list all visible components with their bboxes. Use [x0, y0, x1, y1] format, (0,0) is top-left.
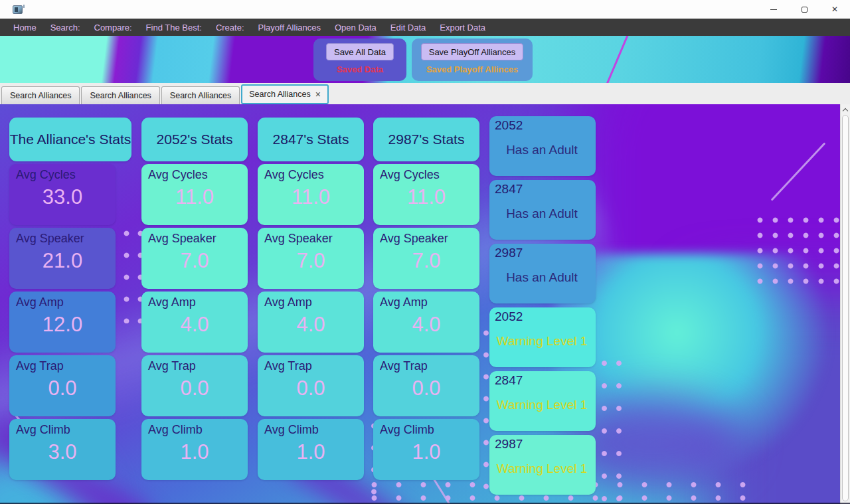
stat-card-avg-trap: Avg Trap 0.0 — [258, 355, 364, 416]
tab-label: Search Alliances — [90, 91, 151, 100]
stat-value: 4.0 — [148, 313, 241, 337]
team-2052-stats-header: 2052's Stats — [141, 118, 248, 161]
stat-label: Avg Speaker — [16, 232, 109, 246]
stat-value: 0.0 — [264, 377, 357, 400]
stat-card-avg-trap: Avg Trap 0.0 — [141, 355, 248, 416]
stat-value: 7.0 — [148, 249, 241, 273]
scrollbar-thumb[interactable] — [842, 115, 849, 501]
badge-text: Has an Adult — [495, 270, 589, 285]
stat-card-avg-trap: Avg Trap 0.0 — [373, 355, 479, 416]
stat-value: 1.0 — [264, 440, 357, 464]
close-icon: ✕ — [831, 5, 838, 13]
menu-compare[interactable]: Compare: — [94, 23, 132, 33]
badge-team-number: 2052 — [495, 309, 589, 324]
stat-label: Avg Amp — [16, 295, 109, 309]
alliance-stats-header: The Alliance's Stats — [9, 118, 131, 161]
badge-2987-has-adult: 2987 Has an Adult — [489, 244, 596, 303]
scroll-up-icon — [843, 108, 848, 113]
stat-card-avg-climb: Avg Climb 3.0 — [9, 419, 116, 480]
badge-text: Warning Level 1 — [495, 462, 589, 476]
stat-card-avg-cycles: Avg Cycles 33.0 — [9, 164, 116, 225]
bg-violet-blob — [704, 290, 850, 504]
menu-home[interactable]: Home — [13, 23, 37, 33]
close-button[interactable]: ✕ — [819, 0, 850, 19]
tab-label: Search Alliances — [170, 91, 231, 100]
stat-label: Avg Cycles — [16, 168, 109, 182]
badge-2052-has-adult: 2052 Has an Adult — [489, 116, 596, 176]
stat-label: Avg Climb — [264, 423, 357, 437]
minimize-button[interactable] — [758, 0, 789, 19]
stat-card-avg-amp: Avg Amp 4.0 — [141, 292, 248, 353]
team-2987-stats-header: 2987's Stats — [373, 118, 479, 161]
menu-export-data[interactable]: Export Data — [440, 23, 485, 33]
stat-card-avg-amp: Avg Amp 4.0 — [373, 292, 479, 353]
menu-bar: Home Search: Compare: Find The Best: Cre… — [0, 19, 850, 36]
menu-create[interactable]: Create: — [216, 23, 244, 33]
vertical-scrollbar[interactable] — [840, 104, 850, 504]
stat-value: 0.0 — [380, 377, 473, 400]
stat-label: Avg Trap — [148, 359, 241, 373]
tab-search-alliances-3[interactable]: Search Alliances — [161, 86, 240, 104]
window-titlebar: ✕ — [0, 0, 850, 19]
team-2847-stats-header: 2847's Stats — [258, 118, 364, 161]
menu-search[interactable]: Search: — [50, 23, 80, 33]
stat-value: 21.0 — [16, 249, 109, 273]
menu-edit-data[interactable]: Edit Data — [390, 23, 426, 33]
badge-2847-warning: 2847 Warning Level 1 — [489, 371, 596, 431]
maximize-icon — [802, 7, 808, 13]
stat-card-avg-climb: Avg Climb 1.0 — [141, 419, 248, 480]
window-controls: ✕ — [758, 0, 850, 19]
maximize-button[interactable] — [789, 0, 819, 19]
badge-text: Warning Level 1 — [495, 398, 589, 412]
stat-value: 11.0 — [264, 185, 357, 209]
menu-playoff-alliances[interactable]: Playoff Alliances — [258, 23, 321, 33]
banner-decor-line — [605, 36, 630, 83]
app-icon — [13, 5, 23, 14]
saved-data-status: Saved Data — [313, 64, 406, 74]
badge-text: Has an Adult — [495, 207, 589, 221]
badge-team-number: 2987 — [495, 437, 589, 452]
team-2987-stats-column: 2987's Stats Avg Cycles 11.0 Avg Speaker… — [373, 118, 479, 480]
stat-label: Avg Climb — [148, 423, 241, 437]
stat-card-avg-speaker: Avg Speaker 7.0 — [258, 228, 364, 289]
tab-close-icon[interactable]: × — [315, 90, 321, 99]
team-2847-stats-column: 2847's Stats Avg Cycles 11.0 Avg Speaker… — [258, 118, 364, 480]
stat-card-avg-trap: Avg Trap 0.0 — [9, 355, 116, 416]
save-banner: Save All Data Saved Data Save PlayOff Al… — [0, 36, 850, 83]
stat-card-avg-amp: Avg Amp 4.0 — [258, 292, 364, 353]
badge-2987-warning: 2987 Warning Level 1 — [489, 435, 596, 495]
menu-open-data[interactable]: Open Data — [335, 23, 377, 33]
stat-label: Avg Amp — [264, 295, 357, 309]
alliance-stats-column: The Alliance's Stats Avg Cycles 33.0 Avg… — [9, 118, 131, 480]
stat-card-avg-cycles: Avg Cycles 11.0 — [258, 164, 364, 225]
menu-find-the-best[interactable]: Find The Best: — [146, 23, 202, 33]
stat-label: Avg Trap — [16, 359, 109, 373]
stat-label: Avg Climb — [16, 423, 109, 437]
stat-card-avg-climb: Avg Climb 1.0 — [258, 419, 364, 480]
badge-2847-has-adult: 2847 Has an Adult — [489, 180, 596, 240]
stat-value: 3.0 — [16, 440, 109, 464]
saved-playoff-status: Saved Playoff Allinces — [412, 64, 533, 74]
stat-label: Avg Cycles — [380, 168, 473, 182]
save-all-data-button[interactable]: Save All Data — [326, 43, 394, 60]
stat-label: Avg Amp — [380, 295, 473, 309]
tab-search-alliances-2[interactable]: Search Alliances — [81, 86, 159, 104]
stat-label: Avg Speaker — [148, 232, 241, 246]
stat-label: Avg Trap — [380, 359, 473, 373]
badge-team-number: 2987 — [495, 246, 589, 260]
stat-value: 33.0 — [16, 185, 109, 209]
tab-bar: Search Alliances Search Alliances Search… — [0, 83, 850, 104]
stat-value: 4.0 — [380, 313, 473, 337]
bg-dot-grid — [752, 212, 840, 294]
save-playoff-alliances-button[interactable]: Save PlayOff Alliances — [421, 43, 524, 60]
stat-value: 0.0 — [16, 377, 109, 400]
stat-label: Avg Cycles — [148, 168, 241, 182]
stat-card-avg-cycles: Avg Cycles 11.0 — [373, 164, 479, 225]
tab-search-alliances-4-selected[interactable]: Search Alliances × — [241, 84, 329, 104]
tab-search-alliances-1[interactable]: Search Alliances — [1, 86, 80, 104]
stat-label: Avg Climb — [380, 423, 473, 437]
stat-value: 12.0 — [16, 313, 109, 337]
scroll-up-button[interactable] — [841, 104, 850, 114]
stat-label: Avg Cycles — [264, 168, 357, 182]
badge-team-number: 2847 — [495, 182, 589, 197]
